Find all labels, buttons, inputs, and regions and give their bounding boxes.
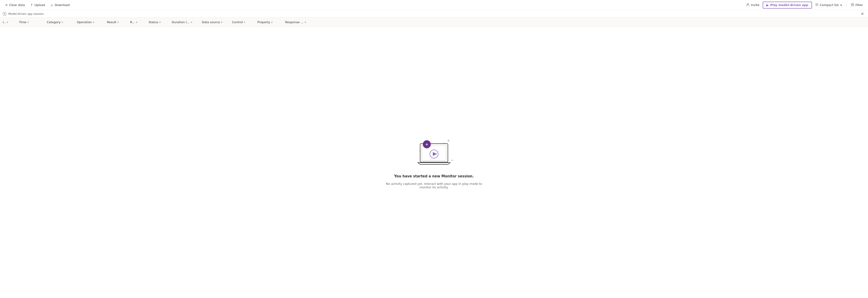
compact-list-button[interactable]: Compact list ∨ bbox=[813, 2, 845, 8]
col-response-chevron-icon: ∨ bbox=[304, 21, 306, 23]
close-info-button[interactable]: ✕ bbox=[860, 11, 865, 17]
compact-list-chevron-icon: ∨ bbox=[840, 3, 842, 7]
clear-data-label: Clear data bbox=[9, 3, 25, 7]
svg-point-0 bbox=[747, 3, 749, 5]
col-header-operation[interactable]: Operation ∨ bbox=[75, 18, 105, 27]
col-property-label: Property bbox=[257, 20, 270, 24]
col-header-category[interactable]: Category ∨ bbox=[45, 18, 75, 27]
col-property-chevron-icon: ∨ bbox=[271, 21, 273, 23]
col-result-chevron-icon: ∨ bbox=[117, 21, 119, 23]
upload-icon: ↑ bbox=[30, 3, 33, 7]
invite-icon bbox=[746, 3, 749, 7]
col-status-chevron-icon: ∨ bbox=[159, 21, 161, 23]
col-header-datasource[interactable]: Data source ∨ bbox=[200, 18, 230, 27]
col-duration-label: Duration (... bbox=[172, 20, 190, 24]
toolbar-divider bbox=[846, 3, 847, 7]
col-header-property[interactable]: Property ∨ bbox=[255, 18, 283, 27]
col-operation-chevron-icon: ∨ bbox=[93, 21, 94, 23]
col-category-label: Category bbox=[47, 20, 60, 24]
col-duration-chevron-icon: ∨ bbox=[191, 21, 192, 23]
col-datasource-label: Data source bbox=[202, 20, 220, 24]
svg-point-5 bbox=[852, 4, 853, 5]
column-header-row: I.. ∨ Time ∨ Category ∨ Operation ∨ Resu… bbox=[0, 18, 868, 27]
toolbar-left: ✕ Clear data ↑ Upload ↓ Download bbox=[3, 2, 742, 8]
play-model-driven-app-button[interactable]: ▶ Play model-driven app bbox=[763, 2, 812, 8]
play-label: Play model-driven app bbox=[770, 3, 808, 7]
clear-icon: ✕ bbox=[5, 3, 8, 7]
col-r-chevron-icon: ∨ bbox=[136, 21, 137, 23]
download-icon: ↓ bbox=[51, 3, 53, 7]
filter-label: Filter bbox=[856, 3, 863, 7]
empty-state-subtitle: No activity captured yet. Interact with … bbox=[381, 182, 487, 189]
empty-state-illustration: + + + bbox=[413, 136, 455, 169]
laptop-illustration bbox=[415, 141, 453, 169]
col-operation-label: Operation bbox=[77, 20, 92, 24]
upload-label: Upload bbox=[34, 3, 45, 7]
col-id-label: I.. bbox=[3, 20, 5, 24]
invite-label: Invite bbox=[751, 3, 759, 7]
content-area: I.. ∨ Time ∨ Category ∨ Operation ∨ Resu… bbox=[0, 18, 868, 298]
col-status-label: Status bbox=[149, 20, 158, 24]
col-id-chevron-icon: ∨ bbox=[6, 21, 8, 23]
toolbar: ✕ Clear data ↑ Upload ↓ Download Invite … bbox=[0, 0, 868, 10]
session-label: Model-driven app session bbox=[8, 12, 44, 16]
empty-state: + + + bbox=[0, 27, 868, 298]
col-header-result[interactable]: Result ∨ bbox=[105, 18, 128, 27]
invite-button[interactable]: Invite bbox=[744, 2, 762, 8]
col-header-id[interactable]: I.. ∨ bbox=[1, 18, 17, 27]
clear-data-button[interactable]: ✕ Clear data bbox=[3, 2, 27, 8]
col-result-label: Result bbox=[107, 20, 116, 24]
col-header-control[interactable]: Control ∨ bbox=[230, 18, 255, 27]
upload-button[interactable]: ↑ Upload bbox=[28, 2, 47, 8]
list-icon bbox=[815, 3, 818, 7]
compact-list-label: Compact list bbox=[820, 3, 839, 7]
info-icon: i bbox=[3, 12, 6, 16]
col-header-response[interactable]: Response ... ∨ bbox=[283, 18, 318, 27]
col-header-status[interactable]: Status ∨ bbox=[147, 18, 170, 27]
col-header-time[interactable]: Time ∨ bbox=[17, 18, 45, 27]
plus-badge-icon: + bbox=[423, 140, 431, 148]
empty-state-title: You have started a new Monitor session. bbox=[394, 174, 474, 178]
filter-button[interactable]: Filter bbox=[848, 2, 865, 8]
col-time-chevron-icon: ∨ bbox=[27, 21, 29, 23]
col-r-label: R... bbox=[130, 20, 135, 24]
svg-point-4 bbox=[851, 3, 854, 6]
col-header-duration[interactable]: Duration (... ∨ bbox=[170, 18, 200, 27]
col-response-label: Response ... bbox=[285, 20, 304, 24]
info-bar: i Model-driven app session ✕ bbox=[0, 10, 868, 18]
col-category-chevron-icon: ∨ bbox=[61, 21, 63, 23]
col-datasource-chevron-icon: ∨ bbox=[221, 21, 222, 23]
download-button[interactable]: ↓ Download bbox=[48, 2, 72, 8]
col-time-label: Time bbox=[19, 20, 26, 24]
col-header-r[interactable]: R... ∨ bbox=[128, 18, 147, 27]
col-control-label: Control bbox=[232, 20, 243, 24]
toolbar-right: Invite ▶ Play model-driven app Compact l… bbox=[744, 2, 865, 8]
col-control-chevron-icon: ∨ bbox=[244, 21, 245, 23]
download-label: Download bbox=[55, 3, 70, 7]
play-icon: ▶ bbox=[766, 3, 769, 7]
filter-icon bbox=[851, 3, 854, 7]
